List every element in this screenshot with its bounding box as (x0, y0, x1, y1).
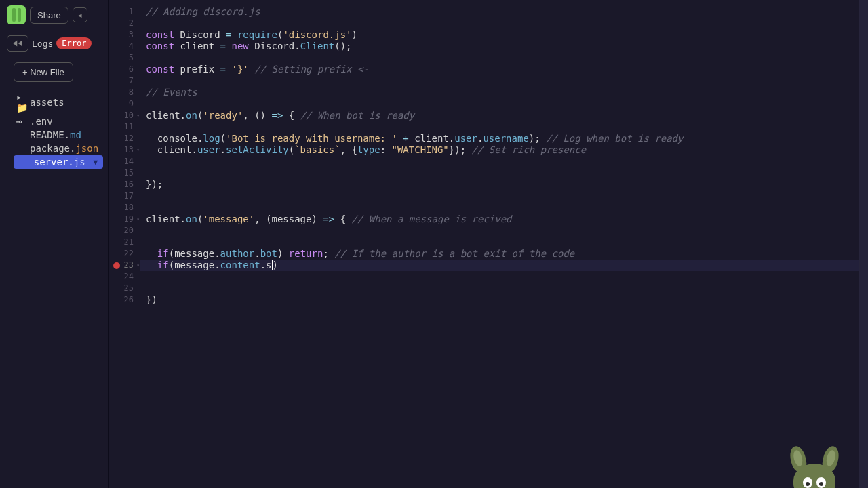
line-number[interactable]: 25 (109, 283, 140, 294)
line-number[interactable]: 7 (109, 75, 140, 87)
code-line[interactable]: // Adding discord.js (140, 6, 868, 18)
code-line[interactable]: const prefix = '}' // Setting prefix <- (140, 64, 868, 75)
code-line[interactable] (140, 156, 868, 167)
code-line[interactable]: client.on('message', (message) => { // W… (140, 214, 868, 225)
code-line[interactable]: }); (140, 179, 868, 190)
line-number[interactable]: 17 (109, 190, 140, 202)
code-line[interactable]: client.on('ready', () => { // When bot i… (140, 110, 868, 121)
file-item-packagejson[interactable]: package.json (14, 142, 103, 155)
line-number[interactable]: 21 (109, 237, 140, 248)
line-number[interactable]: 22 (109, 248, 140, 260)
key-icon: ⊸ (16, 116, 26, 127)
rewind-icon (12, 39, 24, 48)
logs-button[interactable]: Logs (31, 37, 54, 50)
line-number[interactable]: 9 (109, 98, 140, 110)
code-line[interactable] (140, 283, 868, 294)
line-number[interactable]: 16 (109, 179, 140, 190)
code-line[interactable]: console.log('Bot is ready with username:… (140, 133, 868, 144)
line-number[interactable]: 26 (109, 294, 140, 306)
rewind-button[interactable] (7, 35, 28, 52)
code-line[interactable]: const client = new Discord.Client(); (140, 41, 868, 52)
line-number[interactable]: 18 (109, 202, 140, 214)
mascot-icon[interactable] (788, 446, 841, 488)
file-list: ▸📁assets⊸.envREADME.mdpackage.jsonserver… (0, 90, 108, 169)
line-number[interactable]: 10 (109, 110, 140, 121)
code-line[interactable]: // Events (140, 87, 868, 98)
line-gutter[interactable]: 1234567891011121314151617181920212223242… (109, 0, 140, 488)
code-area[interactable]: // Adding discord.jsconst Discord = requ… (140, 0, 868, 488)
controls-row: Logs Error (0, 30, 108, 62)
code-line[interactable] (140, 18, 868, 29)
code-line[interactable] (140, 98, 868, 110)
line-number[interactable]: 8 (109, 87, 140, 98)
collapse-sidebar-button[interactable]: ◂ (73, 7, 87, 22)
top-bar: Share ◂ (0, 0, 108, 30)
line-number[interactable]: 14 (109, 156, 140, 167)
share-button[interactable]: Share (30, 7, 68, 24)
code-line[interactable] (140, 121, 868, 133)
file-item-env[interactable]: ⊸.env (14, 115, 103, 128)
file-item-READMEmd[interactable]: README.md (14, 128, 103, 142)
code-line[interactable]: }) (140, 294, 868, 306)
line-number[interactable]: 1 (109, 6, 140, 18)
line-number[interactable]: 2 (109, 18, 140, 29)
code-line[interactable] (140, 271, 868, 283)
code-line[interactable] (140, 202, 868, 214)
file-item-assets[interactable]: ▸📁assets (14, 90, 103, 115)
line-number[interactable]: 15 (109, 167, 140, 179)
chevron-left-icon: ◂ (78, 11, 82, 20)
code-line[interactable] (140, 52, 868, 64)
line-number[interactable]: 19 (109, 214, 140, 225)
line-number[interactable]: 23 (109, 260, 140, 271)
code-line[interactable]: const Discord = require('discord.js') (140, 29, 868, 41)
code-line[interactable] (140, 237, 868, 248)
folder-icon: ▸📁 (16, 92, 26, 113)
code-line[interactable] (140, 75, 868, 87)
line-number[interactable]: 13 (109, 144, 140, 156)
editor: 1234567891011121314151617181920212223242… (109, 0, 868, 488)
code-line[interactable]: if(message.content.s) (140, 260, 868, 271)
line-number[interactable]: 20 (109, 225, 140, 237)
logo-icon[interactable] (7, 5, 26, 24)
code-line[interactable]: client.user.setActivity(`basics`, {type:… (140, 144, 868, 156)
code-line[interactable] (140, 225, 868, 237)
file-item-serverjs[interactable]: server.js▼ (14, 155, 103, 169)
code-line[interactable] (140, 190, 868, 202)
vertical-scrollbar[interactable] (859, 0, 868, 488)
line-number[interactable]: 5 (109, 52, 140, 64)
line-number[interactable]: 4 (109, 41, 140, 52)
line-number[interactable]: 24 (109, 271, 140, 283)
line-number[interactable]: 12 (109, 133, 140, 144)
line-number[interactable]: 6 (109, 64, 140, 75)
line-number[interactable]: 11 (109, 121, 140, 133)
code-line[interactable] (140, 167, 868, 179)
new-file-button[interactable]: + New File (14, 62, 73, 82)
code-line[interactable]: if(message.author.bot) return; // If the… (140, 248, 868, 260)
sidebar: Share ◂ Logs Error + New File ▸📁assets⊸.… (0, 0, 109, 488)
line-number[interactable]: 3 (109, 29, 140, 41)
error-badge[interactable]: Error (56, 37, 92, 49)
chevron-down-icon[interactable]: ▼ (93, 158, 100, 167)
